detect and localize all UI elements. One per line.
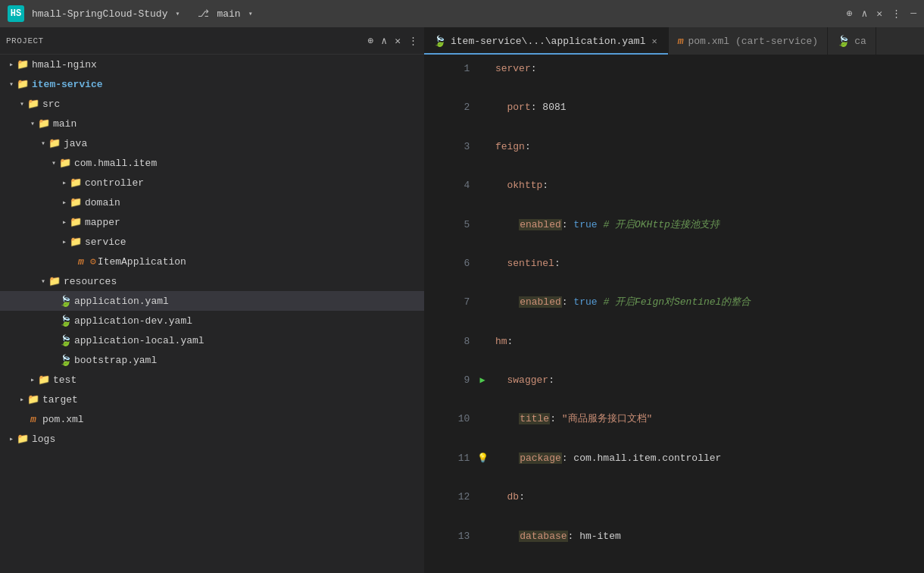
- line-number: 5: [424, 217, 470, 255]
- code-line-12: 12 db:: [424, 489, 924, 528]
- title-bar-controls: ⊕ ∧ ✕ ⋮ —: [847, 8, 916, 20]
- tab-spring-yaml-icon: 🍃: [433, 35, 446, 48]
- tab-pom-xml-cart[interactable]: m pom.xml (cart-service): [669, 27, 828, 55]
- sidebar-item-mapper[interactable]: 📁 mapper: [0, 212, 424, 232]
- sidebar-controls: ⊕ ∧ ✕ ⋮: [368, 35, 418, 47]
- folder-icon: 📁: [17, 433, 29, 445]
- sidebar-item-test[interactable]: 📁 test: [0, 370, 424, 390]
- editor-area: 🍃 item-service\...\application.yaml ✕ m …: [424, 27, 924, 573]
- sidebar-item-controller[interactable]: 📁 controller: [0, 173, 424, 193]
- sidebar-item-label: controller: [85, 177, 144, 189]
- line-number: 13: [424, 528, 470, 568]
- gutter: [470, 99, 495, 138]
- sidebar-item-application-dev-yaml[interactable]: 🍃 application-dev.yaml: [0, 311, 424, 330]
- folder-icon: 📁: [48, 137, 61, 149]
- sidebar-item-label: src: [42, 99, 60, 110]
- chevron-icon: [6, 434, 17, 444]
- branch-dropdown-icon[interactable]: ▾: [248, 9, 253, 18]
- tab-spring-yaml-icon: 🍃: [837, 35, 850, 48]
- gutter: [470, 294, 495, 333]
- app-icon: HS: [8, 5, 24, 22]
- chevron-icon: [38, 276, 48, 286]
- sidebar-item-com-hmall-item[interactable]: 📁 com.hmall.item: [0, 153, 424, 173]
- chevron-icon: [27, 374, 38, 385]
- gutter: [470, 217, 495, 255]
- code-line-9: 9 ▶ swagger:: [424, 372, 924, 411]
- folder-icon: 📁: [38, 374, 50, 386]
- project-dropdown-icon[interactable]: ▾: [175, 9, 179, 18]
- sidebar-item-label: com.hmall.item: [74, 158, 157, 169]
- sidebar-item-application-local-yaml[interactable]: 🍃 application-local.yaml: [0, 330, 424, 350]
- tab-label: item-service\...\application.yaml: [451, 36, 645, 47]
- code-line-11: 11 💡 package: com.hmall.item.controller: [424, 450, 924, 489]
- minimize-icon[interactable]: —: [910, 8, 916, 20]
- spring-yaml-icon: 🍃: [59, 334, 71, 346]
- collapse-icon[interactable]: ∧: [862, 8, 868, 20]
- sidebar-item-domain[interactable]: 📁 domain: [0, 193, 424, 212]
- sidebar-item-resources[interactable]: 📁 resources: [0, 271, 424, 291]
- sidebar-item-java[interactable]: 📁 java: [0, 133, 424, 153]
- new-icon[interactable]: ⊕: [368, 35, 374, 47]
- sidebar-item-label: hmall-nginx: [32, 59, 97, 70]
- sidebar-item-service[interactable]: 📁 service: [0, 232, 424, 252]
- sidebar-item-label: resources: [64, 276, 117, 287]
- sidebar-item-target[interactable]: 📁 target: [0, 390, 424, 409]
- project-name[interactable]: hmall-SpringCloud-Study: [32, 8, 167, 20]
- sidebar-item-pom-xml[interactable]: m pom.xml: [0, 409, 424, 429]
- code-content: package: com.hmall.item.controller: [495, 450, 924, 489]
- sidebar-item-hmall-nginx[interactable]: 📁 hmall-nginx: [0, 55, 424, 74]
- chevron-icon: [27, 118, 38, 129]
- code-content: enabled: true # 开启Feign对Sentinel的整合: [495, 294, 924, 333]
- tab-ca[interactable]: 🍃 ca: [828, 27, 876, 55]
- spring-yaml-icon: 🍃: [59, 295, 71, 307]
- close-icon[interactable]: ✕: [395, 35, 401, 47]
- gutter: ▶: [470, 372, 495, 411]
- sidebar-item-label: item-service: [32, 79, 103, 90]
- folder-icon: 📁: [70, 177, 82, 189]
- chevron-icon: [48, 158, 59, 168]
- main-layout: Project ⊕ ∧ ✕ ⋮ 📁 hmall-nginx 📁 item-ser…: [0, 27, 924, 573]
- chevron-icon: [38, 138, 48, 149]
- line-number: 8: [424, 333, 470, 372]
- tab-application-yaml[interactable]: 🍃 item-service\...\application.yaml ✕: [424, 27, 669, 55]
- sidebar-item-logs[interactable]: 📁 logs: [0, 429, 424, 449]
- sidebar-item-main[interactable]: 📁 main: [0, 114, 424, 133]
- code-table: 1 server: 2 port: 8081 3 feign:: [424, 61, 924, 567]
- tab-close-button[interactable]: ✕: [650, 34, 658, 49]
- folder-icon: 📁: [70, 216, 82, 228]
- code-line-4: 4 okhttp:: [424, 177, 924, 216]
- options-icon[interactable]: ⋮: [408, 35, 418, 47]
- refresh-icon[interactable]: ⊕: [847, 8, 853, 20]
- tabs-bar: 🍃 item-service\...\application.yaml ✕ m …: [424, 27, 924, 55]
- gutter: [470, 139, 495, 177]
- code-line-3: 3 feign:: [424, 139, 924, 177]
- code-line-2: 2 port: 8081: [424, 99, 924, 138]
- code-line-1: 1 server:: [424, 61, 924, 99]
- close-panel-icon[interactable]: ✕: [876, 8, 882, 20]
- sidebar-item-label: logs: [32, 434, 55, 445]
- sidebar-item-src[interactable]: 📁 src: [0, 94, 424, 114]
- code-line-8: 8 hm:: [424, 333, 924, 372]
- code-editor[interactable]: 1 server: 2 port: 8081 3 feign:: [424, 55, 924, 573]
- branch-name[interactable]: main: [217, 8, 240, 20]
- sidebar-item-item-service[interactable]: 📁 item-service: [0, 74, 424, 94]
- chevron-icon: [6, 79, 17, 89]
- gutter: [470, 411, 495, 449]
- more-icon[interactable]: ⋮: [891, 8, 901, 20]
- folder-icon: 📁: [17, 58, 29, 70]
- line-number: 7: [424, 294, 470, 333]
- chevron-icon: [59, 217, 70, 227]
- sidebar-item-label: java: [64, 138, 87, 149]
- line-number: 10: [424, 411, 470, 449]
- sidebar-item-item-application[interactable]: m ⚙ ItemApplication: [0, 252, 424, 271]
- sidebar-item-label: mapper: [85, 217, 120, 228]
- sidebar-item-application-yaml[interactable]: 🍃 application.yaml: [0, 291, 424, 311]
- collapse-all-icon[interactable]: ∧: [381, 35, 387, 47]
- line-number: 11: [424, 450, 470, 489]
- chevron-icon: [17, 394, 27, 405]
- sidebar-item-label: ItemApplication: [98, 256, 186, 268]
- code-content: sentinel:: [495, 255, 924, 294]
- line-number: 3: [424, 139, 470, 177]
- gutter: [470, 61, 495, 99]
- sidebar-item-bootstrap-yaml[interactable]: 🍃 bootstrap.yaml: [0, 350, 424, 370]
